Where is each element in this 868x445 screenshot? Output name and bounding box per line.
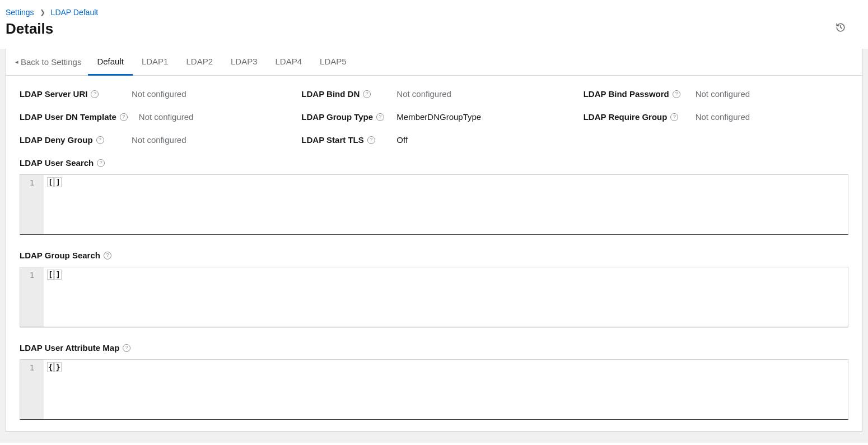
field-ldap-server-uri: LDAP Server URI ? Not configured xyxy=(20,89,284,99)
field-value: Not configured xyxy=(139,112,194,122)
tab-default[interactable]: Default xyxy=(88,49,133,76)
help-icon[interactable]: ? xyxy=(96,136,104,144)
history-icon[interactable] xyxy=(836,22,862,35)
field-label: LDAP User DN Template xyxy=(20,112,116,122)
code-gutter: 1 xyxy=(20,175,44,234)
field-ldap-group-type: LDAP Group Type ? MemberDNGroupType xyxy=(301,112,566,122)
help-icon[interactable]: ? xyxy=(367,136,375,144)
chevron-right-icon: ❯ xyxy=(40,8,45,16)
code-gutter: 1 xyxy=(20,360,44,419)
code-content: [] xyxy=(44,267,66,327)
help-icon[interactable]: ? xyxy=(376,113,384,121)
field-value: Not configured xyxy=(132,135,186,145)
field-label: LDAP Server URI xyxy=(20,89,87,99)
help-icon[interactable]: ? xyxy=(363,90,371,98)
code-gutter: 1 xyxy=(20,267,44,327)
field-ldap-bind-dn: LDAP Bind DN ? Not configured xyxy=(301,89,566,99)
field-label: LDAP Bind DN xyxy=(301,89,360,99)
help-icon[interactable]: ? xyxy=(123,344,130,352)
tab-ldap3[interactable]: LDAP3 xyxy=(222,49,267,76)
code-block-user-attr-map[interactable]: 1 {} xyxy=(20,359,848,420)
page-title: Details xyxy=(6,20,53,38)
field-ldap-require-group: LDAP Require Group ? Not configured xyxy=(584,112,848,122)
field-value: MemberDNGroupType xyxy=(396,112,481,122)
tab-ldap2[interactable]: LDAP2 xyxy=(177,49,222,76)
caret-left-icon: ◂ xyxy=(15,58,18,66)
back-label: Back to Settings xyxy=(21,57,81,67)
field-ldap-start-tls: LDAP Start TLS ? Off xyxy=(301,135,566,145)
field-value: Not configured xyxy=(696,112,750,122)
field-label: LDAP Bind Password xyxy=(584,89,669,99)
help-icon[interactable]: ? xyxy=(670,113,678,121)
section-label-user-attr-map: LDAP User Attribute Map xyxy=(20,343,119,353)
code-block-group-search[interactable]: 1 [] xyxy=(20,267,848,327)
tab-ldap4[interactable]: LDAP4 xyxy=(267,49,311,76)
field-value: Off xyxy=(396,135,408,145)
details-panel: ◂ Back to Settings Default LDAP1 LDAP2 L… xyxy=(6,49,862,432)
field-ldap-bind-password: LDAP Bind Password ? Not configured xyxy=(584,89,848,99)
field-label: LDAP Group Type xyxy=(301,112,373,122)
breadcrumb-current-link[interactable]: LDAP Default xyxy=(51,8,99,17)
code-content: [] xyxy=(44,175,66,234)
breadcrumb: Settings ❯ LDAP Default xyxy=(6,8,862,17)
section-label-user-search: LDAP User Search xyxy=(20,158,94,168)
back-to-settings-link[interactable]: ◂ Back to Settings xyxy=(15,49,88,75)
field-ldap-user-dn-template: LDAP User DN Template ? Not configured xyxy=(20,112,284,122)
tab-ldap5[interactable]: LDAP5 xyxy=(311,49,356,76)
help-icon[interactable]: ? xyxy=(120,113,128,121)
field-label: LDAP Require Group xyxy=(584,112,668,122)
field-value: Not configured xyxy=(396,89,451,99)
field-value: Not configured xyxy=(132,89,186,99)
field-label: LDAP Start TLS xyxy=(301,135,363,145)
section-label-group-search: LDAP Group Search xyxy=(20,251,100,260)
help-icon[interactable]: ? xyxy=(673,90,680,98)
help-icon[interactable]: ? xyxy=(91,90,99,98)
field-ldap-deny-group: LDAP Deny Group ? Not configured xyxy=(20,135,284,145)
field-value: Not configured xyxy=(696,89,750,99)
field-label: LDAP Deny Group xyxy=(20,135,93,145)
tab-ldap1[interactable]: LDAP1 xyxy=(133,49,178,76)
code-block-user-search[interactable]: 1 [] xyxy=(20,174,848,235)
help-icon[interactable]: ? xyxy=(97,159,105,167)
breadcrumb-settings-link[interactable]: Settings xyxy=(6,8,34,17)
help-icon[interactable]: ? xyxy=(104,252,111,259)
code-content: {} xyxy=(44,360,66,419)
tabs: ◂ Back to Settings Default LDAP1 LDAP2 L… xyxy=(6,49,862,76)
